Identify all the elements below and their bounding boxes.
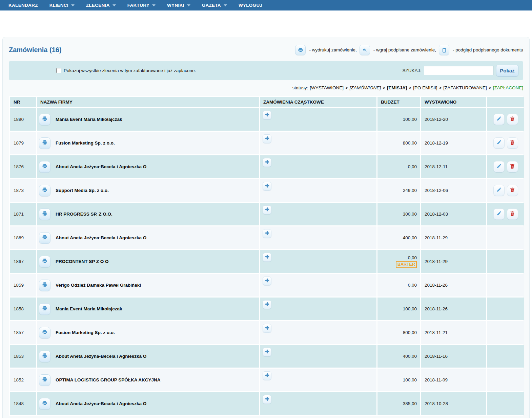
print-order-button[interactable] [39,303,50,315]
table-row: 1857 Fusion Marketing Sp. z o.o. 800,00 … [10,321,524,344]
table-row: 1858 Mania Event Maria Mikołajczak 100,0… [10,298,524,320]
print-order-button[interactable] [39,398,50,410]
nav-item-kalendarz[interactable]: KALENDARZ [3,0,44,10]
printer-icon [42,282,47,288]
delete-button[interactable] [507,161,518,172]
company-name: About Aneta Jeżyna-Becela i Agnieszka O [56,354,146,359]
add-partial-order-button[interactable] [263,395,271,404]
add-partial-order-button[interactable] [263,182,271,191]
order-number: 1848 [10,392,36,415]
company-name: Fusion Marketing Sp. z o.o. [56,140,115,146]
pencil-icon [496,187,502,194]
edit-button[interactable] [493,185,505,196]
add-partial-order-button[interactable] [263,324,271,333]
add-partial-order-button[interactable] [263,111,271,119]
add-partial-order-button[interactable] [263,158,271,167]
add-partial-order-button[interactable] [263,229,271,238]
printer-icon [42,140,47,146]
table-row: 1876 About Aneta Jeżyna-Becela i Agniesz… [10,155,524,178]
print-order-button[interactable] [39,280,50,291]
row-actions [487,208,524,220]
edit-button[interactable] [493,114,505,125]
nav-item-gazeta[interactable]: GAZETA [196,0,233,10]
delete-button[interactable] [507,208,518,220]
company-name: Mania Event Maria Mikołajczak [56,306,122,311]
show-button[interactable]: Pokaż [496,65,518,76]
company-name: PROCONTENT SP Z O O [56,259,109,264]
budget-value: 0,00 [377,255,417,260]
chevron-down-icon [112,4,116,6]
issued-date: 2018-11-29 [425,235,448,240]
print-order-button[interactable] [39,208,50,220]
status-po-emisii[interactable]: [PO EMISII] [413,85,437,90]
status-separator: > [409,85,411,90]
printer-icon [42,353,47,359]
budget-value: 0,00 [377,164,417,169]
status-zaplacone[interactable]: [ZAPŁACONE] [493,85,523,90]
print-order-button[interactable] [39,327,50,338]
orders-table-body: 1880 Mania Event Maria Mikołajczak 100,0… [10,108,524,415]
budget-value: 300,00 [377,212,417,217]
print-order-button[interactable] [39,137,50,149]
printer-icon [42,306,47,312]
printer-icon [42,235,47,241]
edit-button[interactable] [493,208,505,220]
add-partial-order-button[interactable] [263,300,271,309]
column-header-issued: WYSTAWIONO [421,97,486,107]
delete-button[interactable] [507,185,518,196]
budget-value: 100,00 [377,117,417,122]
add-partial-order-button[interactable] [263,371,271,380]
status-emisja[interactable]: [EMISJA] [387,85,407,90]
add-partial-order-button[interactable] [263,205,271,214]
chevron-down-icon [152,4,156,6]
pencil-icon [496,163,502,170]
add-partial-order-button[interactable] [263,348,271,356]
print-order-button[interactable] [39,185,50,196]
status-wystawione[interactable]: [WYSTAWIONE] [310,85,344,90]
status-breadcrumb: statusy: [WYSTAWIONE] > [ZAMÓWIONE] > [E… [9,80,523,96]
order-number: 1873 [10,179,36,202]
order-number: 1852 [10,369,36,391]
print-order-button[interactable] [39,161,50,173]
print-order-button[interactable] [39,256,50,267]
status-separator: > [383,85,385,90]
order-number: 1880 [10,108,36,131]
print-order-button[interactable] [39,114,50,125]
row-actions [487,161,524,172]
status-separator: > [489,85,491,90]
nav-item-faktury[interactable]: FAKTURY [122,0,161,10]
table-header-row: NR NAZWA FIRMY ZAMÓWIENIA CZĄSTKOWE BUDŻ… [10,97,524,107]
nav-item-klienci[interactable]: KLIENCI [44,0,80,10]
show-all-checkbox[interactable] [56,68,61,73]
company-name: About Aneta Jeżyna-Becela i Agnieszka O [56,164,146,169]
order-number: 1858 [10,298,36,320]
pencil-icon [496,211,502,217]
add-partial-order-button[interactable] [263,253,271,262]
issued-date: 2018-11-26 [425,306,448,311]
trash-icon [510,187,515,194]
status-zafakturowane[interactable]: [ZAFAKTUROWANE] [443,85,487,90]
delete-button[interactable] [507,137,518,149]
column-header-partial-orders: ZAMÓWIENIA CZĄSTKOWE [260,97,376,107]
nav-item-wyniki[interactable]: WYNIKI [161,0,196,10]
add-partial-order-button[interactable] [263,134,271,143]
print-order-button[interactable] [39,351,50,362]
printer-icon [42,211,47,217]
search-input[interactable] [424,66,493,75]
nav-item-zlecenia[interactable]: ZLECENIA [80,0,122,10]
edit-button[interactable] [493,161,505,172]
legend-upload: - wgraj podpisane zamówienie, [360,45,436,55]
delete-button[interactable] [507,114,518,125]
company-name: Fusion Marketing Sp. z o.o. [56,330,115,335]
legend-print: - wydrukuj zamówienie, [295,45,356,55]
print-order-button[interactable] [39,232,50,244]
legend: - wydrukuj zamówienie, - wgraj podpisane… [295,45,523,55]
printer-icon [42,163,47,170]
order-number: 1859 [10,274,36,296]
status-zamowione[interactable]: [ZAMÓWIONE] [350,85,381,90]
add-partial-order-button[interactable] [263,277,271,285]
row-actions [487,185,524,196]
print-order-button[interactable] [39,374,50,386]
nav-item-wyloguj[interactable]: WYLOGUJ [233,0,268,10]
edit-button[interactable] [493,137,505,149]
